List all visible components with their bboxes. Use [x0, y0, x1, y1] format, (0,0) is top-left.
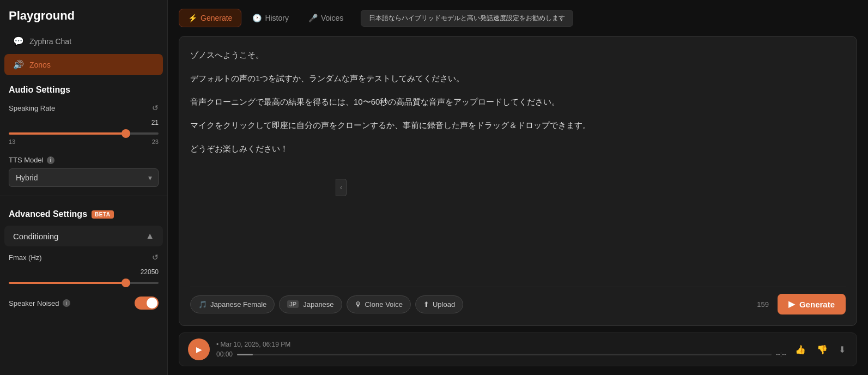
generate-btn-label: Generate [799, 300, 835, 309]
audio-progress-fill [237, 354, 253, 355]
tab-voices[interactable]: 🎤 Voices [300, 9, 352, 27]
main-content: ⚡ Generate 🕐 History 🎤 Voices 日本語ならハイブリッ… [168, 0, 868, 375]
app-title: Playground [0, 0, 167, 29]
voice-icon: 🎵 [198, 300, 207, 309]
speaking-rate-max: 23 [152, 138, 159, 145]
tab-history[interactable]: 🕐 History [244, 9, 298, 27]
fmax-reset[interactable]: ↺ [152, 253, 159, 262]
generate-button[interactable]: ▶ Generate [778, 294, 846, 314]
main-inner: ⚡ Generate 🕐 History 🎤 Voices 日本語ならハイブリッ… [168, 0, 868, 375]
upload-label: Upload [433, 300, 455, 309]
tts-model-row: TTS Model i Hybrid Standard Neural ▾ [0, 152, 167, 191]
sidebar: Playground 💬 Zyphra Chat 🔊 Zonos Audio S… [0, 0, 168, 375]
language-select-btn[interactable]: JP Japanese [279, 295, 342, 313]
upload-icon: ⬆ [423, 300, 429, 309]
tab-generate[interactable]: ⚡ Generate [179, 9, 241, 27]
clone-voice-btn[interactable]: 🎙 Clone Voice [347, 295, 411, 313]
advanced-settings-title: Advanced Settings [9, 209, 87, 219]
audio-actions: 👍 👎 ⬇ [793, 342, 848, 357]
audio-current-time: 00:00 [216, 350, 233, 358]
audio-progress-bar[interactable] [237, 354, 772, 355]
tts-model-label: TTS Model [9, 156, 44, 164]
conditioning-collapse-btn[interactable]: ▲ [145, 231, 154, 241]
audio-player: ▶ Mar 10, 2025, 06:19 PM 00:00 --:-- 👍 👎… [179, 332, 857, 366]
language-btn-label: Japanese [303, 300, 333, 309]
text-line-1: ゾノスへようこそ。 [190, 47, 846, 62]
voice-btn-label: Japanese Female [210, 300, 266, 309]
tab-history-label: History [265, 14, 289, 22]
beta-badge: BETA [92, 210, 113, 219]
audio-duration: --:-- [776, 350, 786, 358]
audio-thumbs-up-btn[interactable]: 👍 [793, 342, 808, 357]
audio-play-btn[interactable]: ▶ [188, 338, 210, 360]
speaking-rate-row: Speaking Rate ↺ 21 13 23 [0, 99, 167, 152]
zonos-label: Zonos [29, 61, 51, 69]
voices-tab-icon: 🎤 [308, 14, 318, 22]
tab-voices-label: Voices [321, 14, 343, 22]
tts-model-info-icon: i [47, 156, 54, 164]
audio-date: Mar 10, 2025, 06:19 PM [216, 341, 786, 348]
language-code-badge: JP [287, 300, 299, 308]
fmax-slider-container: 22050 [9, 266, 159, 288]
text-panel: ゾノスへようこそ。 デフォルトの声の1つを試すか、ランダムな声をテストしてみてく… [179, 36, 857, 326]
tabs-bar: ⚡ Generate 🕐 History 🎤 Voices 日本語ならハイブリッ… [179, 9, 857, 27]
advanced-settings-header: Advanced Settings BETA [0, 201, 167, 223]
sidebar-toggle-btn[interactable]: ‹ [336, 179, 347, 196]
conditioning-header[interactable]: Conditioning ▲ [4, 226, 163, 246]
voice-select-btn[interactable]: 🎵 Japanese Female [190, 295, 275, 313]
fmax-value: 22050 [9, 268, 159, 276]
text-line-3: 音声クローニングで最高の結果を得るには、10〜60秒の高品質な音声をアップロード… [190, 94, 846, 109]
fmax-row: Fmax (Hz) ↺ 22050 [0, 249, 167, 292]
speaking-rate-label: Speaking Rate [9, 104, 55, 112]
zyphra-chat-label: Zyphra Chat [29, 37, 71, 46]
sidebar-item-zonos[interactable]: 🔊 Zonos [4, 54, 163, 75]
tab-generate-label: Generate [201, 14, 232, 22]
audio-meta: Mar 10, 2025, 06:19 PM 00:00 --:-- [216, 341, 786, 358]
toolbar: 🎵 Japanese Female JP Japanese 🎙 Clone Vo… [190, 287, 846, 314]
conditioning-label: Conditioning [13, 232, 58, 241]
text-line-2: デフォルトの声の1つを試すか、ランダムな声をテストしてみてください。 [190, 71, 846, 86]
speaker-noised-row: Speaker Noised i [0, 292, 167, 318]
chat-icon: 💬 [13, 36, 24, 46]
speaking-rate-slider-container: 21 13 23 [9, 117, 159, 147]
history-tab-icon: 🕐 [252, 14, 262, 22]
speaking-rate-reset[interactable]: ↺ [152, 104, 159, 112]
generate-tab-icon: ⚡ [188, 14, 197, 22]
text-content[interactable]: ゾノスへようこそ。 デフォルトの声の1つを試すか、ランダムな声をテストしてみてく… [190, 47, 846, 287]
fmax-slider[interactable] [9, 282, 159, 284]
fmax-label: Fmax (Hz) [9, 253, 42, 262]
tip-badge: 日本語ならハイブリッドモデルと高い発話速度設定をお勧めします [361, 10, 573, 27]
text-line-4: マイクをクリックして即座に自分の声をクローンするか、事前に録音した声をドラッグ＆… [190, 118, 846, 132]
tts-model-select-wrapper: Hybrid Standard Neural ▾ [9, 168, 159, 187]
clone-voice-label: Clone Voice [365, 300, 403, 309]
speaking-rate-value: 21 [9, 119, 159, 126]
speaker-noised-toggle[interactable] [135, 297, 159, 310]
speaking-rate-slider[interactable] [9, 132, 159, 135]
sidebar-item-zyphra-chat[interactable]: 💬 Zyphra Chat [4, 31, 163, 52]
audio-download-btn[interactable]: ⬇ [836, 342, 848, 357]
char-count: 159 [757, 300, 769, 309]
text-line-5: どうぞお楽しみください！ [190, 141, 846, 156]
tts-model-select[interactable]: Hybrid Standard Neural [9, 168, 159, 187]
audio-thumbs-down-btn[interactable]: 👎 [815, 342, 830, 357]
speaking-rate-min: 13 [9, 138, 15, 145]
speaker-noised-info-icon: i [63, 299, 70, 307]
microphone-icon: 🎙 [355, 300, 362, 309]
upload-btn[interactable]: ⬆ Upload [415, 295, 463, 313]
zonos-icon: 🔊 [13, 59, 24, 70]
settings-divider [0, 196, 167, 196]
speaker-noised-label: Speaker Noised [9, 299, 59, 307]
audio-settings-title: Audio Settings [0, 76, 167, 99]
generate-play-icon: ▶ [788, 299, 795, 309]
